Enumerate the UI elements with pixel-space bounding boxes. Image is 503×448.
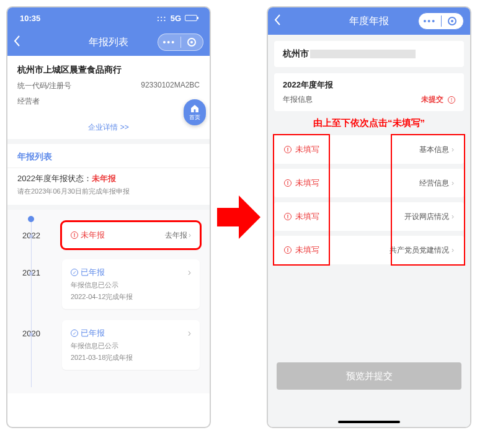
report-card-2022[interactable]: ! 未年报 去年报 › (62, 222, 200, 248)
form-item-business-info[interactable]: !未填写 经营信息› (274, 169, 464, 197)
check-icon: ✓ (71, 269, 78, 276)
nav-bar: 年报列表 ••• (7, 29, 210, 56)
report-sub1: 年报信息已公示 (71, 280, 191, 290)
company-card: 杭州市 (274, 41, 464, 67)
timeline-origin-dot (28, 216, 34, 222)
operator-value: 徐颖 (17, 108, 200, 117)
status-prefix: 2022年度年报状态： (17, 174, 92, 183)
right-phone: 年度年报 ••• 杭州市 2022年度年报 年报信息 未提交 ! (267, 6, 471, 428)
timeline-row: 2021 ✓ 已年报 › 年报信息已公示 2022-04-12完成年报 (22, 259, 200, 309)
warning-icon: ! (284, 179, 292, 187)
form-item-online-store[interactable]: !未填写 开设网店情况› (274, 202, 464, 231)
warning-icon: ! (284, 213, 292, 220)
timeline-year: 2020 (22, 320, 53, 338)
item-name: 经营信息 (419, 178, 449, 189)
check-icon: ✓ (71, 329, 78, 337)
form-items-list: !未填写 基本信息› !未填写 经营信息› !未填写 开设网店情况› !未填写 … (274, 135, 464, 264)
home-indicator (338, 421, 400, 423)
code-label: 统一代码/注册号 (17, 81, 71, 91)
back-icon[interactable] (274, 14, 282, 28)
report-sub1: 年报信息已公示 (71, 341, 191, 351)
status-hint: 请在2023年06月30日前完成年报申报 (17, 187, 200, 196)
company-prefix: 杭州市 (283, 48, 309, 60)
svg-marker-0 (217, 195, 260, 239)
left-phone: 10:35 ::: 5G 年报列表 ••• 杭州市上城区晨萱食品商行 统一代码/… (6, 6, 211, 428)
miniapp-capsule[interactable]: ••• (418, 12, 464, 30)
instruction-text: 由上至下依次点击“未填写” (268, 117, 470, 129)
timeline-year: 2021 (22, 259, 53, 277)
capsule-close-icon[interactable] (442, 17, 464, 25)
flow-arrow-icon (217, 186, 260, 248)
timeline-dot (29, 272, 33, 276)
home-icon (190, 104, 200, 114)
item-name: 共产党员党建情况 (389, 245, 449, 256)
section-title: 年报列表 (7, 144, 210, 168)
item-status: 未填写 (295, 211, 319, 222)
timeline-year: 2022 (22, 222, 53, 240)
capsule-menu-icon[interactable]: ••• (158, 37, 180, 47)
signal-icon: ::: (157, 14, 167, 23)
battery-icon (185, 15, 197, 21)
company-detail-link[interactable]: 企业详情 >> (17, 122, 200, 133)
report-card-2021[interactable]: ✓ 已年报 › 年报信息已公示 2022-04-12完成年报 (62, 259, 200, 309)
warning-icon: ! (448, 96, 455, 104)
timeline-row: 2020 ✓ 已年报 › 年报信息已公示 2021-03-18完成年报 (22, 320, 200, 370)
go-report-action[interactable]: 去年报 › (165, 230, 191, 241)
report-card-2020[interactable]: ✓ 已年报 › 年报信息已公示 2021-03-18完成年报 (62, 320, 200, 370)
report-header-card: 2022年度年报 年报信息 未提交 ! (274, 73, 464, 111)
chevron-right-icon: › (188, 328, 191, 339)
item-status: 未填写 (295, 244, 319, 256)
warning-icon: ! (284, 246, 292, 254)
preview-submit-button[interactable]: 预览并提交 (277, 362, 461, 390)
nav-title: 年度年报 (349, 15, 389, 28)
status-time: 10:35 (20, 14, 40, 23)
report-submit-status: 未提交 (421, 95, 443, 104)
report-info-label: 年报信息 (283, 94, 313, 105)
item-name: 开设网店情况 (404, 212, 449, 222)
home-fab[interactable]: 首页 (184, 99, 206, 125)
capsule-close-icon[interactable] (181, 38, 203, 47)
chevron-right-icon: › (189, 231, 191, 240)
redacted-company-name (310, 50, 416, 58)
back-icon[interactable] (14, 35, 21, 49)
status-right: ::: 5G (157, 14, 197, 23)
item-status: 未填写 (295, 144, 319, 155)
form-item-party-building[interactable]: !未填写 共产党员党建情况› (274, 236, 464, 264)
nav-title: 年报列表 (89, 36, 128, 49)
code-value: 92330102MA2BC (141, 81, 200, 91)
timeline-dot (29, 235, 33, 238)
capsule-menu-icon[interactable]: ••• (419, 16, 441, 26)
status-value: 未年报 (92, 174, 116, 183)
status-bar: 10:35 ::: 5G (7, 7, 210, 29)
item-status: 未填写 (295, 177, 319, 189)
report-status: ! 未年报 (71, 230, 105, 241)
timeline-dot (29, 333, 33, 336)
chevron-right-icon: › (452, 179, 454, 187)
nav-bar: 年度年报 ••• (268, 7, 470, 35)
network-label: 5G (171, 14, 181, 23)
report-sub2: 2021-03-18完成年报 (71, 353, 191, 362)
warning-icon: ! (71, 231, 78, 239)
report-sub2: 2022-04-12完成年报 (71, 292, 191, 302)
report-status: ✓ 已年报 (71, 328, 105, 339)
form-item-basic-info[interactable]: !未填写 基本信息› (274, 135, 464, 164)
operator-label: 经营者 (17, 96, 40, 107)
chevron-right-icon: › (452, 145, 454, 154)
chevron-right-icon: › (452, 212, 454, 221)
report-year-title: 2022年度年报 (283, 79, 455, 91)
item-name: 基本信息 (419, 145, 449, 155)
timeline: 2022 ! 未年报 去年报 › (7, 210, 210, 393)
chevron-right-icon: › (452, 246, 454, 254)
status-card: 2022年度年报状态：未年报 请在2023年06月30日前完成年报申报 (7, 168, 210, 205)
report-status: ✓ 已年报 (71, 267, 105, 278)
company-name: 杭州市上城区晨萱食品商行 (17, 65, 200, 76)
chevron-right-icon: › (188, 267, 191, 278)
miniapp-capsule[interactable]: ••• (158, 34, 203, 51)
timeline-row: 2022 ! 未年报 去年报 › (22, 222, 200, 248)
company-header-card: 杭州市上城区晨萱食品商行 统一代码/注册号 92330102MA2BC 经营者 … (7, 56, 210, 139)
warning-icon: ! (284, 146, 292, 153)
home-fab-label: 首页 (189, 114, 200, 122)
